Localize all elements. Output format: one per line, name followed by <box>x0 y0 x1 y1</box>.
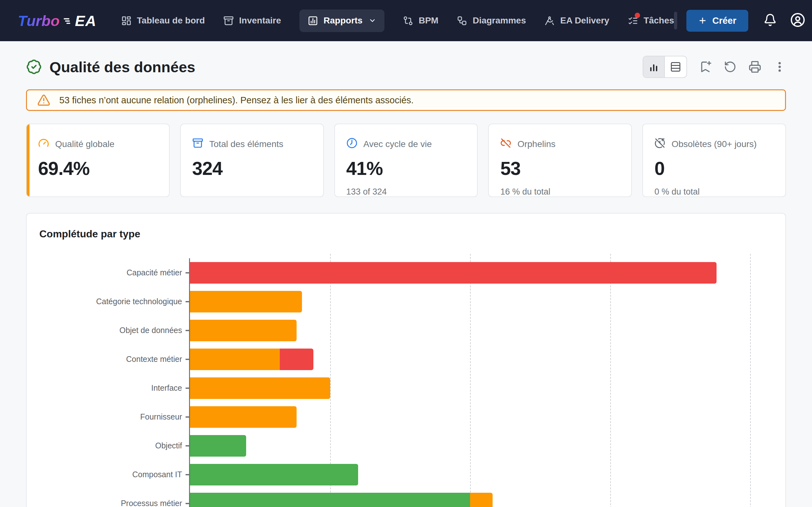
page-title: Qualité des données <box>49 58 195 76</box>
app-logo[interactable]: Turbo EA <box>18 12 96 30</box>
stat-label: Obsolètes (90+ jours) <box>671 139 757 149</box>
notifications-bell-icon[interactable] <box>763 13 777 28</box>
bar-segment-bon[interactable] <box>190 435 246 457</box>
chart-category-label: Capacité métier <box>39 258 189 287</box>
stat-label: Qualité globale <box>55 139 114 149</box>
bar-segment-moyen[interactable] <box>190 291 302 313</box>
stat-cards-row: Qualité globale 69.4% Total des éléments… <box>26 124 786 197</box>
triangle-alert-icon <box>37 94 50 107</box>
stat-subtitle: 0 % du total <box>654 187 774 197</box>
nav-label: EA Delivery <box>560 15 609 26</box>
chart-square-icon <box>308 15 318 26</box>
chart-row <box>190 316 773 345</box>
completeness-chart-card: Complétude par type Capacité métierCatég… <box>26 213 786 507</box>
bar-segment-bon[interactable] <box>190 464 358 486</box>
bar-chart-icon <box>648 61 659 72</box>
git-compare-icon <box>403 15 413 26</box>
kebab-menu-icon[interactable] <box>773 60 786 73</box>
navbar-right-cluster: C Créer <box>674 10 805 32</box>
refresh-rotate-ccw-icon[interactable] <box>724 60 737 73</box>
stat-subtitle: 16 % du total <box>500 187 620 197</box>
plus-icon <box>698 16 707 25</box>
top-navbar: Turbo EA Tableau de bord Inventaire Rapp… <box>0 0 812 41</box>
speed-lines-icon <box>61 15 74 26</box>
unlink-icon <box>500 137 511 151</box>
chart-category-label: Contexte métier <box>39 345 189 374</box>
create-button[interactable]: Créer <box>687 10 748 32</box>
workflow-icon <box>457 15 467 26</box>
stat-card-avec-cycle-de-vie: Avec cycle de vie 41% 133 of 324 <box>334 124 478 197</box>
nav-item-bpm[interactable]: BPM <box>403 15 438 26</box>
archive-icon <box>192 137 203 151</box>
bar-segment-moyen[interactable] <box>190 377 330 399</box>
logo-turbo-text: Turbo <box>18 12 60 30</box>
chart-plot-area <box>189 258 773 507</box>
badge-check-icon <box>26 59 42 75</box>
nav-label: Inventaire <box>239 15 281 26</box>
bar-segment-moyen[interactable] <box>190 349 280 370</box>
chart-category-label: Composant IT <box>39 460 189 489</box>
bar-segment-moyen[interactable] <box>190 406 297 428</box>
chart-row <box>190 431 773 460</box>
chart-category-label: Fournisseur <box>39 402 189 431</box>
stat-label: Total des éléments <box>209 139 283 149</box>
chart-category-label: Interface <box>39 374 189 402</box>
bar-segment-faible[interactable] <box>190 262 716 284</box>
bar-chart: Capacité métierCatégorie technologiqueOb… <box>39 258 773 507</box>
chart-category-label: Objectif <box>39 431 189 460</box>
chart-row <box>190 460 773 489</box>
main-nav: Tableau de bord Inventaire Rapports BPM <box>121 9 674 32</box>
logo-ea-text: EA <box>75 12 96 30</box>
chart-category-label: Objet de données <box>39 316 189 345</box>
table-view-toggle[interactable] <box>665 56 687 77</box>
stat-value: 41% <box>346 158 466 179</box>
stat-value: 53 <box>500 158 620 179</box>
table-rows-icon <box>670 61 681 72</box>
chart-title: Complétude par type <box>39 228 773 240</box>
chart-row <box>190 258 773 287</box>
chevron-down-icon <box>368 17 376 24</box>
layout-dashboard-icon <box>121 15 132 26</box>
drafting-compass-icon <box>544 15 555 26</box>
bar-segment-bon[interactable] <box>190 493 470 507</box>
printer-icon[interactable] <box>749 60 761 73</box>
stat-value: 324 <box>192 158 312 179</box>
nav-label: Tâches <box>644 15 674 26</box>
clock-icon <box>346 137 357 151</box>
nav-label: BPM <box>419 15 438 26</box>
nav-label: Diagrammes <box>473 15 526 26</box>
nav-item-tableau-de-bord[interactable]: Tableau de bord <box>121 15 205 26</box>
nav-label: Rapports <box>323 15 362 26</box>
notification-dot <box>635 13 640 18</box>
bookmark-plus-icon[interactable] <box>699 60 712 73</box>
chart-category-label: Processus métier <box>39 489 189 507</box>
warning-banner: 53 fiches n’ont aucune relation (orpheli… <box>26 89 786 111</box>
user-avatar-icon[interactable] <box>790 12 805 29</box>
create-button-label: Créer <box>712 15 737 26</box>
stat-card-qualite-globale: Qualité globale 69.4% <box>26 124 170 197</box>
chart-category-label: Catégorie technologique <box>39 287 189 316</box>
bar-segment-moyen[interactable] <box>470 493 493 507</box>
chart-view-toggle[interactable] <box>643 56 665 77</box>
stat-subtitle: 133 of 324 <box>346 187 466 197</box>
stat-label: Orphelins <box>517 139 555 149</box>
nav-item-taches[interactable]: Tâches <box>628 15 674 26</box>
nav-item-ea-delivery[interactable]: EA Delivery <box>544 15 609 26</box>
chart-category-labels: Capacité métierCatégorie technologiqueOb… <box>39 258 189 507</box>
nav-item-rapports[interactable]: Rapports <box>299 9 385 32</box>
clock-off-icon <box>654 137 665 151</box>
page-toolbar <box>643 56 786 78</box>
stat-label: Avec cycle de vie <box>363 139 432 149</box>
nav-label: Tableau de bord <box>137 15 205 26</box>
chart-row <box>190 345 773 374</box>
chart-row <box>190 402 773 431</box>
nav-item-diagrammes[interactable]: Diagrammes <box>457 15 526 26</box>
bar-segment-faible[interactable] <box>280 349 313 370</box>
page-content: Qualité des données <box>0 56 812 507</box>
view-toggle <box>643 56 687 78</box>
nav-item-inventaire[interactable]: Inventaire <box>223 15 281 26</box>
stat-card-obsoletes: Obsolètes (90+ jours) 0 0 % du total <box>642 124 786 197</box>
warning-banner-text: 53 fiches n’ont aucune relation (orpheli… <box>59 95 414 106</box>
stat-value: 0 <box>654 158 774 179</box>
bar-segment-moyen[interactable] <box>190 320 297 341</box>
